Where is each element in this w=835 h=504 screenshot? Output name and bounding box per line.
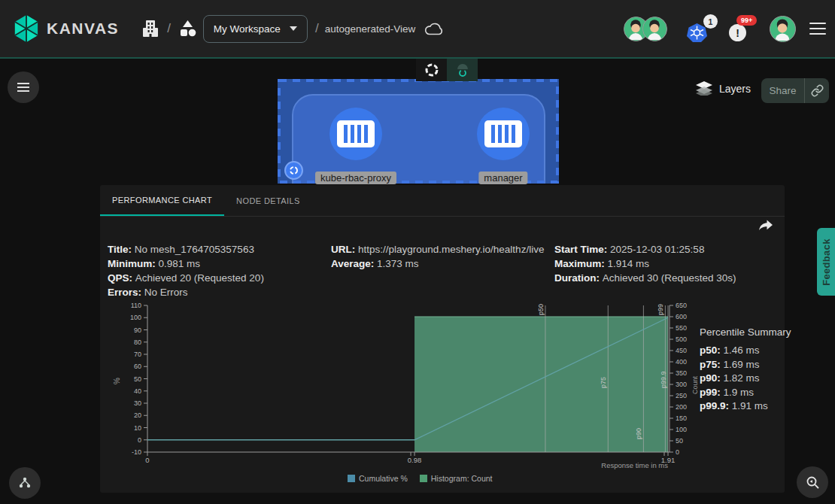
view-name: autogenerated-View <box>325 23 416 35</box>
feedback-tab[interactable]: Feedback <box>817 228 835 296</box>
svg-text:100: 100 <box>676 426 687 433</box>
meshery-operator-badge[interactable] <box>284 161 303 180</box>
app-header: KANVAS / My Workspace / autogenerated-Vi… <box>0 0 835 59</box>
svg-text:p75: p75 <box>600 377 607 388</box>
histogram-area <box>414 317 668 452</box>
svg-text:10: 10 <box>134 424 141 432</box>
stat-row: Maximum1.914 ms <box>554 257 736 271</box>
stats-column-2: URLhttps://playground.meshery.io/healthz… <box>331 242 544 271</box>
svg-text:p99: p99 <box>657 304 664 315</box>
svg-text:p90: p90 <box>635 428 642 439</box>
svg-text:80: 80 <box>134 339 141 346</box>
stats-column-1: TitleNo mesh_1764705357563 Minimum0.981 … <box>108 242 264 299</box>
chart-legend: Cumulative % Histogram: Count <box>348 474 492 483</box>
percentile-row: p991.9 ms <box>700 386 791 400</box>
share-button[interactable]: Share <box>761 78 829 103</box>
selected-deployment-group[interactable] <box>278 79 559 184</box>
stat-row: QPSAchieved 20 (Requested 20) <box>108 271 264 285</box>
panel-tabs: PERFORMANCE CHART NODE DETAILS <box>100 185 785 217</box>
svg-text:70: 70 <box>134 351 141 358</box>
meshery-icon <box>424 62 439 77</box>
svg-text:550: 550 <box>676 324 687 332</box>
percentile-row: p99.91.91 ms <box>700 399 791 414</box>
cloud-save-icon[interactable] <box>424 21 443 36</box>
svg-text:Count: Count <box>691 375 699 394</box>
crumb-separator: / <box>315 21 319 36</box>
operator-tool-button[interactable] <box>447 59 478 81</box>
stat-row: Average1.373 ms <box>331 257 544 271</box>
copy-link-icon[interactable] <box>805 84 829 97</box>
notification-count-badge: 99+ <box>736 15 757 26</box>
svg-text:-10: -10 <box>132 448 141 456</box>
operator-icon <box>454 62 471 78</box>
share-arrow-icon <box>759 220 773 232</box>
menu-icon <box>17 83 29 93</box>
legend-swatch <box>420 475 427 482</box>
layers-toggle[interactable]: Layers <box>696 81 751 96</box>
svg-text:p99.9: p99.9 <box>660 371 667 388</box>
svg-text:30: 30 <box>134 399 141 407</box>
stat-row: Start Time2025-12-03 01:25:58 <box>554 242 736 257</box>
layout-graph-fab[interactable] <box>9 467 41 499</box>
svg-text:400: 400 <box>676 358 687 366</box>
notifications-button[interactable]: ! 99+ <box>729 14 762 44</box>
canvas-menu-fab[interactable] <box>8 71 39 103</box>
zoom-fab[interactable] <box>797 466 828 498</box>
selection-toolbar <box>416 59 478 81</box>
container-icon <box>337 120 375 147</box>
svg-text:Response time in ms: Response time in ms <box>601 461 668 469</box>
designs-shapes-icon[interactable] <box>178 20 197 38</box>
kanvas-hexagon-icon <box>14 14 39 43</box>
workspace-name: My Workspace <box>214 23 281 35</box>
svg-text:50: 50 <box>134 375 141 383</box>
svg-text:450: 450 <box>676 347 687 354</box>
svg-text:650: 650 <box>676 302 687 309</box>
legend-histogram[interactable]: Histogram: Count <box>420 474 493 483</box>
k8s-context-count-badge: 1 <box>703 14 718 29</box>
share-label: Share <box>761 85 804 96</box>
workspace-dropdown[interactable]: My Workspace <box>203 15 308 43</box>
percentile-row: p501.46 ms <box>700 344 791 358</box>
svg-text:300: 300 <box>676 381 687 388</box>
svg-text:50: 50 <box>676 437 683 445</box>
stat-row: URLhttps://playground.meshery.io/healthz… <box>331 242 544 257</box>
svg-text:p50: p50 <box>537 304 545 315</box>
percentile-summary: Percentile Summary p501.46 ms p751.69 ms… <box>700 326 791 414</box>
node-label: kube-rbac-proxy <box>315 172 396 184</box>
node-manager[interactable] <box>477 108 530 160</box>
hierarchy-icon <box>17 475 32 490</box>
collaborator-avatar[interactable] <box>642 17 667 41</box>
stat-row: DurationAchieved 30 (Requested 30s) <box>554 271 736 285</box>
stat-row: Minimum0.981 ms <box>108 257 264 271</box>
svg-text:%: % <box>113 378 121 384</box>
stat-row: TitleNo mesh_1764705357563 <box>108 242 264 257</box>
tab-performance-chart[interactable]: PERFORMANCE CHART <box>100 185 224 216</box>
percentile-row: p751.69 ms <box>700 358 791 372</box>
node-kube-rbac-proxy[interactable] <box>329 108 382 160</box>
svg-text:110: 110 <box>131 302 141 309</box>
svg-text:500: 500 <box>676 335 687 343</box>
svg-text:0: 0 <box>145 456 149 464</box>
svg-text:0: 0 <box>138 436 141 444</box>
export-chart-button[interactable] <box>759 220 773 235</box>
user-avatar[interactable] <box>770 16 796 42</box>
svg-text:200: 200 <box>676 403 687 411</box>
kubernetes-context-button[interactable]: 1 <box>687 14 717 44</box>
performance-panel: PERFORMANCE CHART NODE DETAILS TitleNo m… <box>100 185 785 493</box>
svg-text:150: 150 <box>676 414 687 422</box>
chevron-down-icon <box>290 26 297 31</box>
svg-text:350: 350 <box>676 369 687 377</box>
svg-text:90: 90 <box>134 326 141 334</box>
performance-chart: -100102030405060708090100110050100150200… <box>100 298 785 478</box>
meshery-tool-button[interactable] <box>416 59 447 81</box>
legend-cumulative[interactable]: Cumulative % <box>348 474 408 483</box>
node-label: manager <box>478 172 527 184</box>
container-icon <box>484 120 522 147</box>
svg-text:100: 100 <box>130 314 141 321</box>
layers-icon <box>696 81 712 96</box>
tab-node-details[interactable]: NODE DETAILS <box>224 185 312 216</box>
kanvas-logo[interactable]: KANVAS <box>14 14 119 43</box>
menu-icon[interactable] <box>809 23 826 35</box>
organization-icon[interactable] <box>141 19 159 38</box>
percentile-row: p901.82 ms <box>700 372 791 386</box>
